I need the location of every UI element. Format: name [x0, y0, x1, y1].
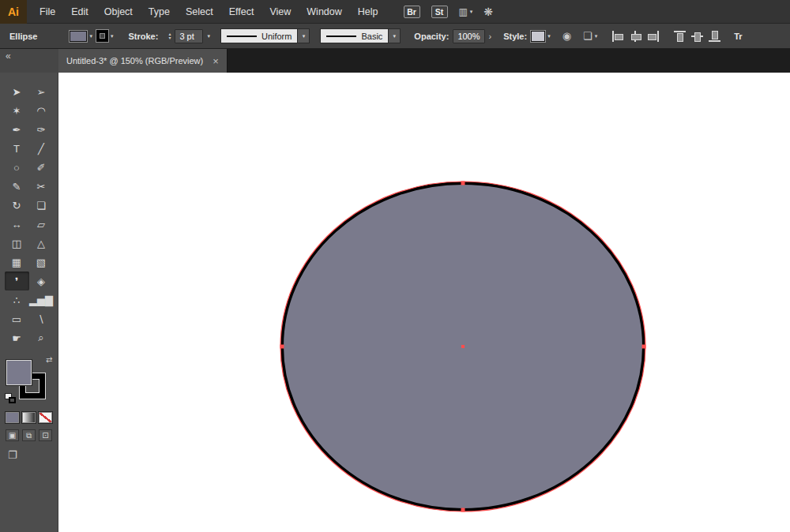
lasso-tool[interactable]: ◠ [29, 101, 54, 120]
toolbar-collapse-button[interactable]: « [0, 49, 58, 73]
tab-close-icon[interactable]: × [213, 56, 219, 66]
brush-definition-select[interactable]: Basic ▾ [320, 28, 401, 43]
menubar-buttons: Br St ▥ ▾ ❋ [404, 6, 494, 18]
curvature-tool[interactable]: ✑ [29, 120, 54, 139]
blend-tool[interactable]: ◈ [29, 272, 54, 290]
draw-normal-button[interactable]: ▣ [6, 429, 19, 441]
menu-effect[interactable]: Effect [221, 0, 262, 24]
menu-view[interactable]: View [261, 0, 299, 24]
menu-window[interactable]: Window [299, 0, 349, 24]
zoom-tool[interactable]: ⌕ [29, 328, 54, 347]
menu-help[interactable]: Help [350, 0, 386, 24]
swap-fill-stroke-icon[interactable]: ⇄ [46, 355, 52, 364]
bridge-button[interactable]: Br [404, 6, 420, 18]
tool-icon: ▧ [36, 257, 46, 268]
pen-tool[interactable]: ✒ [5, 120, 29, 139]
align-horizontal-right-icon[interactable] [647, 31, 659, 42]
width-tool[interactable]: ↔ [5, 215, 29, 234]
tool-icon: ✎ [13, 181, 21, 193]
free-transform-tool[interactable]: ▱ [29, 215, 54, 234]
opacity-field[interactable]: 100% [453, 29, 484, 43]
brush-line-preview [326, 36, 356, 37]
paintbrush-tool[interactable]: ✐ [29, 158, 54, 177]
hand-tool[interactable]: ☛ [5, 328, 29, 347]
eyedropper-tool[interactable]: ❜ [5, 272, 29, 290]
none-button[interactable] [39, 412, 52, 423]
fill-color-dropdown[interactable]: ▾ [70, 31, 92, 42]
scissors-tool[interactable]: ✂ [29, 177, 54, 196]
stroke-weight-field[interactable]: 3 pt [175, 29, 203, 43]
perspective-grid-tool[interactable]: △ [29, 234, 54, 253]
rotate-tool[interactable]: ↻ [5, 196, 29, 215]
transform-label[interactable]: Tr [734, 32, 742, 41]
stepper-down-icon[interactable]: ▾ [168, 36, 171, 40]
selection-tool[interactable]: ➤ [5, 82, 29, 101]
draw-inside-button[interactable]: ⊡ [39, 429, 52, 441]
menu-edit[interactable]: Edit [63, 0, 96, 24]
align-horizontal-left-icon[interactable] [612, 31, 624, 42]
chevron-down-icon: ▾ [470, 9, 473, 15]
canvas-svg[interactable] [58, 73, 790, 532]
canvas-area[interactable] [58, 73, 790, 532]
brush-definition-preview[interactable]: Basic [320, 28, 389, 43]
color-button[interactable] [6, 412, 19, 423]
sync-icon[interactable]: ❋ [483, 6, 493, 18]
tool-icon: ◫ [12, 238, 21, 249]
fill-proxy-swatch[interactable] [6, 360, 32, 385]
align-vertical-bottom-icon[interactable] [709, 31, 720, 42]
magic-wand-tool[interactable]: ✶ [5, 101, 29, 120]
align-vertical-center-icon[interactable] [691, 31, 703, 42]
direct-selection-tool[interactable]: ➢ [29, 82, 54, 101]
gradient-button[interactable] [22, 412, 36, 423]
align-options-dropdown[interactable]: ❏ ▾ [575, 30, 597, 42]
align-horizontal-center-icon[interactable] [630, 31, 641, 42]
opacity-flyout-icon[interactable]: › [489, 32, 492, 41]
arrange-documents-button[interactable]: ▥ ▾ [459, 6, 473, 17]
center-point[interactable] [461, 345, 465, 348]
fill-swatch[interactable] [70, 31, 87, 42]
brush-definition-value: Basic [361, 32, 382, 41]
artboard-tool[interactable]: ▭ [5, 309, 29, 328]
width-profile-select[interactable]: Uniform ▾ [220, 28, 310, 43]
symbol-sprayer-tool[interactable]: ∴ [5, 290, 29, 309]
anchor-point[interactable] [461, 508, 465, 512]
pencil-tool[interactable]: ✎ [5, 177, 29, 196]
brush-definition-chevron-icon[interactable]: ▾ [389, 28, 401, 43]
column-graph-tool[interactable]: ▂▅▇ [29, 290, 54, 309]
ellipse-tool[interactable]: ○ [5, 158, 29, 177]
draw-behind-button[interactable]: ⧉ [22, 429, 36, 441]
tool-icon: ▦ [12, 257, 21, 268]
width-profile-chevron-icon[interactable]: ▾ [298, 28, 310, 43]
tool-icon: ○ [13, 162, 20, 174]
recolor-artwork-icon[interactable]: ◉ [562, 30, 571, 42]
stroke-line-preview [227, 36, 257, 37]
slice-tool[interactable]: ∖ [29, 309, 54, 328]
menu-type[interactable]: Type [141, 0, 178, 24]
shape-builder-tool[interactable]: ◫ [5, 234, 29, 253]
menu-object[interactable]: Object [96, 0, 141, 24]
align-vertical-top-icon[interactable] [674, 31, 686, 42]
screen-mode-button[interactable]: ❐ [8, 449, 24, 461]
stroke-swatch-icon[interactable] [96, 30, 108, 42]
width-profile-preview[interactable]: Uniform [220, 28, 299, 43]
default-fill-stroke-icon[interactable] [5, 393, 17, 404]
stroke-weight-stepper[interactable]: ▴ ▾ [168, 32, 171, 40]
style-swatch[interactable] [531, 31, 545, 42]
menu-select[interactable]: Select [178, 0, 221, 24]
tool-icon: ☛ [12, 332, 21, 344]
stock-button[interactable]: St [431, 6, 448, 18]
scale-tool[interactable]: ❏ [29, 196, 54, 215]
style-dropdown[interactable]: ▾ [531, 31, 551, 42]
type-tool[interactable]: T [5, 139, 29, 158]
gradient-tool[interactable]: ▧ [29, 253, 54, 272]
anchor-point[interactable] [461, 182, 465, 185]
line-segment-tool[interactable]: ╱ [29, 139, 54, 158]
opacity-label: Opacity: [414, 32, 449, 41]
stroke-weight-chevron-icon[interactable]: ▾ [207, 33, 210, 39]
anchor-point[interactable] [642, 345, 646, 349]
menu-file[interactable]: File [32, 0, 63, 24]
mesh-tool[interactable]: ▦ [5, 253, 29, 272]
stroke-color-dropdown[interactable]: ▾ [96, 30, 114, 42]
anchor-point[interactable] [280, 345, 284, 349]
document-tab[interactable]: Untitled-3* @ 150% (RGB/Preview) × [58, 49, 228, 73]
